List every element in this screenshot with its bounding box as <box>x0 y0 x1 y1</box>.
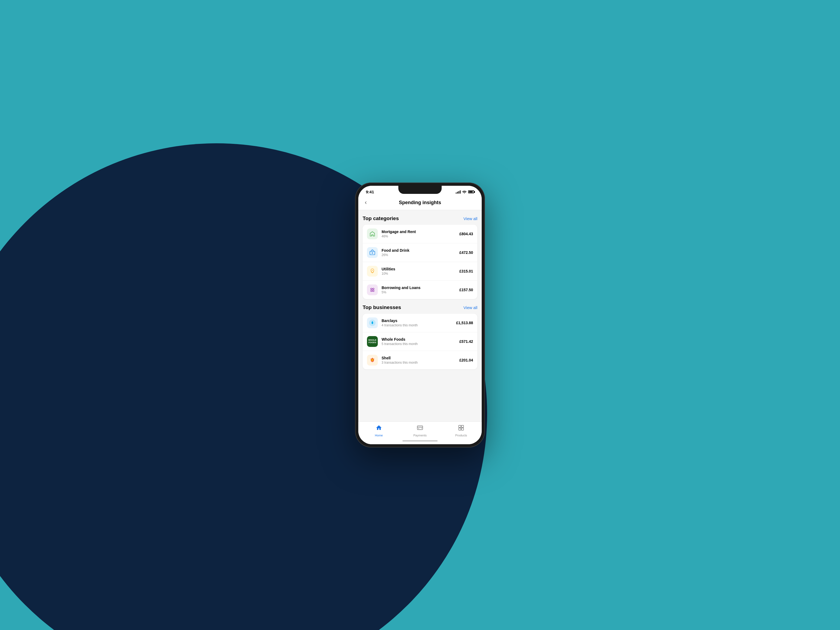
borrowing-info: Borrowing and Loans 5% <box>382 285 455 294</box>
mortgage-amount: £804.43 <box>459 232 473 236</box>
wholefoods-amount: £571.42 <box>459 339 473 344</box>
shell-info: Shell 3 transactions this month <box>382 356 455 364</box>
wholefoods-info: Whole Foods 5 transactions this month <box>382 337 455 346</box>
svg-rect-15 <box>461 425 464 427</box>
utilities-info: Utilities 10% <box>382 267 455 276</box>
utilities-icon <box>367 266 378 277</box>
wifi-icon <box>462 190 467 194</box>
top-categories-view-all[interactable]: View all <box>464 216 477 221</box>
home-nav-icon <box>376 425 382 433</box>
mortgage-icon <box>367 228 378 239</box>
nav-header: ‹ Spending insights <box>358 196 482 210</box>
top-businesses-section: Top businesses View all <box>363 304 477 369</box>
svg-point-12 <box>421 428 422 428</box>
svg-rect-17 <box>461 428 464 430</box>
list-item[interactable]: WHOLE FOODS Whole Foods 5 transactions t… <box>363 332 477 351</box>
top-categories-card: Mortgage and Rent 46% £804.43 <box>363 225 477 299</box>
svg-rect-9 <box>417 426 423 430</box>
food-sub: 26% <box>382 253 455 257</box>
list-item[interactable]: Shell 3 transactions this month £201.04 <box>363 351 477 369</box>
phone-mockup: 9:41 <box>355 183 485 447</box>
food-amount: £472.50 <box>459 250 473 255</box>
list-item[interactable]: Food and Drink 26% £472.50 <box>363 243 477 262</box>
bottom-nav: Home Payments <box>358 422 482 439</box>
top-businesses-header: Top businesses View all <box>363 304 477 310</box>
signal-icon <box>456 191 461 194</box>
mortgage-sub: 46% <box>382 235 455 238</box>
list-item[interactable]: Barclays 4 transactions this month £1,51… <box>363 313 477 332</box>
barclays-sub: 4 transactions this month <box>382 323 453 327</box>
status-bar: 9:41 <box>358 186 482 196</box>
products-nav-icon <box>458 425 464 433</box>
top-businesses-title: Top businesses <box>363 304 401 310</box>
svg-rect-16 <box>459 428 461 430</box>
products-nav-label: Products <box>455 434 467 437</box>
content-area: Top categories View all <box>358 210 482 422</box>
food-info: Food and Drink 26% <box>382 248 455 257</box>
shell-logo-icon <box>367 355 378 365</box>
home-bar <box>403 440 437 441</box>
notch <box>398 186 442 194</box>
top-categories-title: Top categories <box>363 216 399 221</box>
barclays-logo-icon <box>367 317 378 328</box>
barclays-amount: £1,513.88 <box>456 321 473 325</box>
wholefoods-name: Whole Foods <box>382 337 455 342</box>
nav-item-payments[interactable]: Payments <box>411 425 429 437</box>
shell-amount: £201.04 <box>459 358 473 362</box>
page-title: Spending insights <box>373 200 467 205</box>
list-item[interactable]: Borrowing and Loans 5% £157.50 <box>363 281 477 299</box>
svg-point-5 <box>373 290 374 292</box>
phone-frame: 9:41 <box>355 183 485 447</box>
nav-item-products[interactable]: Products <box>452 425 471 437</box>
home-nav-label: Home <box>375 434 383 437</box>
top-categories-header: Top categories View all <box>363 216 477 221</box>
svg-rect-14 <box>459 425 461 427</box>
list-item[interactable]: Utilities 10% £315.01 <box>363 262 477 281</box>
nav-item-home[interactable]: Home <box>369 425 388 437</box>
top-businesses-card: Barclays 4 transactions this month £1,51… <box>363 313 477 369</box>
home-indicator <box>358 439 482 444</box>
utilities-name: Utilities <box>382 267 455 271</box>
svg-rect-11 <box>418 428 419 429</box>
shell-name: Shell <box>382 356 455 360</box>
top-categories-section: Top categories View all <box>363 216 477 299</box>
utilities-amount: £315.01 <box>459 269 473 273</box>
shell-sub: 3 transactions this month <box>382 361 455 364</box>
svg-point-2 <box>371 288 373 290</box>
battery-icon <box>468 191 474 193</box>
list-item[interactable]: Mortgage and Rent 46% £804.43 <box>363 225 477 243</box>
wholefoods-logo-icon: WHOLE FOODS <box>367 336 378 347</box>
back-button[interactable]: ‹ <box>365 199 373 206</box>
borrowing-name: Borrowing and Loans <box>382 285 455 290</box>
barclays-name: Barclays <box>382 318 453 323</box>
payments-nav-icon <box>417 425 423 433</box>
utilities-sub: 10% <box>382 272 455 276</box>
status-time: 9:41 <box>366 189 374 194</box>
phone-screen: 9:41 <box>358 186 482 444</box>
svg-rect-0 <box>370 251 375 255</box>
svg-point-13 <box>422 428 422 428</box>
top-businesses-view-all[interactable]: View all <box>464 305 477 310</box>
food-icon <box>367 247 378 258</box>
borrowing-sub: 5% <box>382 290 455 294</box>
svg-point-1 <box>372 252 373 254</box>
status-icons <box>456 190 474 194</box>
food-name: Food and Drink <box>382 248 455 252</box>
mortgage-info: Mortgage and Rent 46% <box>382 230 455 238</box>
svg-point-3 <box>373 288 374 290</box>
barclays-info: Barclays 4 transactions this month <box>382 318 453 327</box>
svg-point-4 <box>371 290 373 292</box>
borrowing-amount: £157.50 <box>459 288 473 292</box>
wholefoods-sub: 5 transactions this month <box>382 342 455 346</box>
mortgage-name: Mortgage and Rent <box>382 230 455 234</box>
borrowing-icon <box>367 284 378 295</box>
payments-nav-label: Payments <box>414 434 427 437</box>
